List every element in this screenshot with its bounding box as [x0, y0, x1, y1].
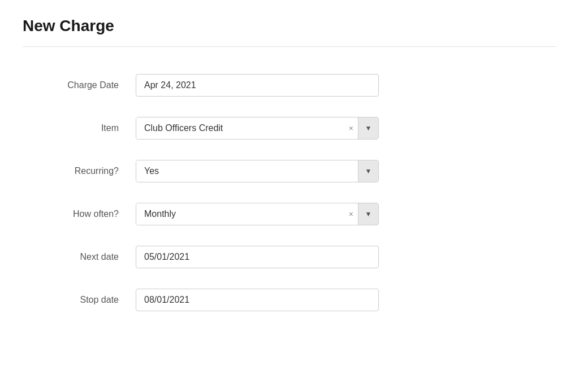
recurring-select[interactable]: Yes ▼: [136, 160, 379, 182]
charge-date-row: Charge Date: [23, 64, 556, 107]
item-label: Item: [23, 123, 136, 133]
how-often-wrap: Monthly × ▼: [136, 203, 379, 225]
charge-date-wrap: [136, 74, 379, 97]
how-often-clear-icon[interactable]: ×: [344, 203, 358, 225]
item-wrap: Club Officers Credit × ▼: [136, 117, 379, 140]
stop-date-label: Stop date: [23, 295, 136, 305]
recurring-select-value: Yes: [136, 160, 358, 182]
how-often-label: How often?: [23, 209, 136, 219]
how-often-arrow-icon[interactable]: ▼: [358, 203, 378, 225]
recurring-row: Recurring? Yes ▼: [23, 150, 556, 193]
how-often-select-value: Monthly: [136, 203, 344, 225]
next-date-label: Next date: [23, 252, 136, 262]
recurring-label: Recurring?: [23, 166, 136, 176]
item-arrow-icon[interactable]: ▼: [358, 117, 378, 139]
page-container: New Charge Charge Date Item Club Officer…: [0, 0, 579, 392]
stop-date-row: Stop date: [23, 278, 556, 321]
how-often-select[interactable]: Monthly × ▼: [136, 203, 379, 225]
how-often-row: How often? Monthly × ▼: [23, 193, 556, 236]
stop-date-input[interactable]: [136, 289, 379, 311]
divider: [23, 46, 556, 47]
item-select-value: Club Officers Credit: [136, 117, 344, 139]
item-select[interactable]: Club Officers Credit × ▼: [136, 117, 379, 140]
charge-date-input[interactable]: [136, 74, 379, 97]
stop-date-wrap: [136, 289, 379, 311]
recurring-arrow-icon[interactable]: ▼: [358, 160, 378, 182]
charge-date-label: Charge Date: [23, 80, 136, 90]
form-body: Charge Date Item Club Officers Credit × …: [23, 64, 556, 321]
page-title: New Charge: [23, 17, 556, 35]
next-date-wrap: [136, 246, 379, 268]
item-row: Item Club Officers Credit × ▼: [23, 107, 556, 150]
next-date-input[interactable]: [136, 246, 379, 268]
item-clear-icon[interactable]: ×: [344, 117, 358, 139]
next-date-row: Next date: [23, 236, 556, 278]
recurring-wrap: Yes ▼: [136, 160, 379, 182]
